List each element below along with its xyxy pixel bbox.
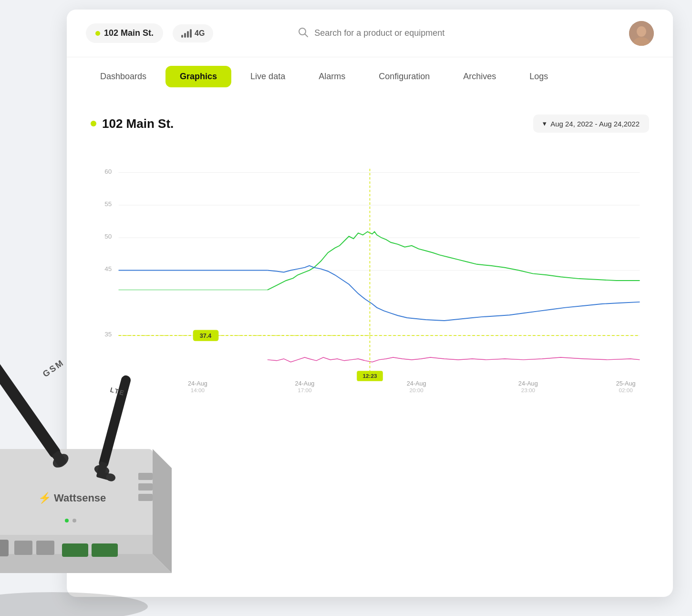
x-label-4-sub: 23:00 [521, 387, 536, 393]
x-label-3-sub: 20:00 [409, 387, 423, 393]
tooltip-value-text: 37.4 [200, 333, 212, 339]
green-data-line [268, 232, 640, 290]
chart-title-dot [91, 121, 96, 126]
header: 102 Main St. 4G [67, 10, 673, 57]
signal-bar-4 [190, 29, 192, 38]
nav-tabs: Dashboards Graphics Live data Alarms Con… [67, 57, 673, 95]
tab-graphics[interactable]: Graphics [165, 66, 231, 87]
x-label-2-sub: 17:00 [298, 387, 312, 393]
tooltip-time-text: 12:23 [363, 373, 377, 379]
signal-bar-1 [181, 35, 183, 38]
y-label-45: 45 [104, 265, 112, 272]
header-left: 102 Main St. 4G [86, 23, 213, 43]
svg-text:GSM: GSM [41, 357, 66, 379]
x-label-5-sub: 02:00 [619, 387, 633, 393]
y-label-55: 55 [104, 200, 112, 208]
date-range-text: Aug 24, 2022 - Aug 24,2022 [550, 120, 640, 128]
y-label-50: 50 [104, 233, 112, 240]
y-label-60: 60 [104, 168, 112, 175]
usb-port-1 [14, 541, 32, 555]
tab-dashboards[interactable]: Dashboards [86, 66, 161, 87]
usb-port-2 [36, 541, 54, 555]
gsm-label: GSM [41, 357, 66, 379]
location-name: 102 Main St. [104, 28, 154, 38]
signal-badge[interactable]: 4G [173, 24, 213, 42]
x-label-5-main: 25-Aug [616, 380, 636, 387]
x-label-3-main: 24-Aug [407, 380, 426, 387]
svg-line-1 [305, 34, 308, 37]
antenna-1 [0, 334, 71, 470]
signal-icon [181, 29, 192, 38]
x-label-2-main: 24-Aug [295, 380, 314, 387]
tab-logs[interactable]: Logs [515, 66, 562, 87]
location-badge[interactable]: 102 Main St. [86, 23, 163, 43]
app-container: 102 Main St. 4G [67, 10, 673, 597]
svg-point-3 [637, 26, 646, 37]
signal-text: 4G [195, 29, 205, 38]
tab-alarms[interactable]: Alarms [304, 66, 360, 87]
tab-live-data[interactable]: Live data [236, 66, 300, 87]
svg-rect-8 [52, 450, 68, 467]
header-search [297, 26, 574, 41]
date-range-button[interactable]: ▾ Aug 24, 2022 - Aug 24,2022 [533, 115, 649, 133]
avatar[interactable] [629, 21, 654, 46]
ethernet-port-2 [0, 540, 9, 556]
dropdown-icon: ▾ [543, 119, 547, 128]
pink-data-line [268, 357, 640, 362]
chart-header: 102 Main St. ▾ Aug 24, 2022 - Aug 24,202… [91, 115, 649, 133]
signal-bar-3 [187, 31, 189, 38]
tab-archives[interactable]: Archives [449, 66, 510, 87]
chart-area: 102 Main St. ▾ Aug 24, 2022 - Aug 24,202… [67, 95, 673, 428]
chart-svg: 60 55 50 45 35 [91, 147, 649, 414]
chart-wrapper: 60 55 50 45 35 [91, 147, 649, 414]
tab-configuration[interactable]: Configuration [364, 66, 444, 87]
svg-rect-5 [0, 336, 62, 460]
chart-title: 102 Main St. [91, 116, 174, 131]
x-label-1-main: 24-Aug [188, 380, 207, 387]
search-icon [297, 26, 309, 41]
location-dot [95, 31, 100, 36]
x-label-4-main: 24-Aug [518, 380, 538, 387]
blue-data-line [268, 266, 640, 321]
y-label-35: 35 [104, 331, 112, 338]
signal-bar-2 [184, 33, 186, 38]
x-label-1-sub: 14:00 [191, 387, 205, 393]
search-input[interactable] [314, 28, 574, 38]
